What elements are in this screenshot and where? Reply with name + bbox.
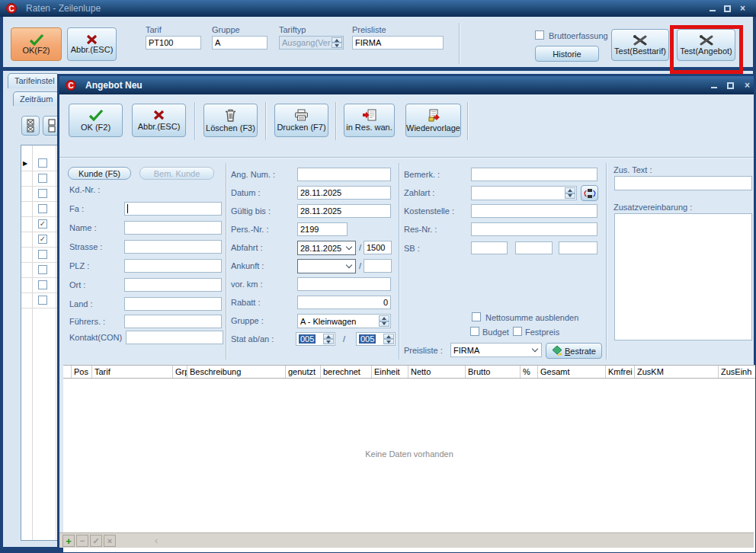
ankunft-time-input[interactable]: [364, 259, 392, 273]
kostenstelle-input[interactable]: [471, 204, 597, 218]
preisliste-input[interactable]: FIRMA: [352, 36, 444, 50]
sb-input-3[interactable]: [559, 241, 597, 254]
resnr-input[interactable]: [471, 222, 597, 236]
kontakt-input[interactable]: [126, 331, 223, 344]
minimize-button[interactable]: [706, 3, 719, 14]
angnum-input[interactable]: [297, 168, 391, 181]
column-header[interactable]: Grp: [173, 366, 187, 378]
row-checkbox[interactable]: [38, 250, 47, 259]
zahlart-swap-button[interactable]: [581, 185, 598, 201]
fa-input[interactable]: [124, 202, 222, 216]
gueltig-input[interactable]: 28.11.2025: [297, 204, 391, 218]
gruppe-input[interactable]: A: [212, 36, 267, 50]
bem-kunde-button[interactable]: Bem. Kunde: [139, 167, 214, 180]
column-header[interactable]: Netto: [408, 366, 466, 378]
stat-an-stepper[interactable]: 005: [356, 332, 396, 346]
fuehrerschein-input[interactable]: [124, 315, 222, 328]
ankunft-date-select[interactable]: [297, 259, 356, 273]
column-header[interactable]: Kmfrei: [606, 366, 635, 378]
strasse-input[interactable]: [124, 240, 222, 254]
dialog-maximize-button[interactable]: [724, 80, 737, 91]
name-input[interactable]: [124, 221, 222, 235]
abfahrt-date-select[interactable]: 28.11.2025: [297, 241, 356, 255]
apply-row-button[interactable]: ✓: [90, 535, 102, 547]
row-checkbox[interactable]: [38, 280, 47, 289]
stat-an-spinner[interactable]: [383, 334, 394, 344]
column-header[interactable]: Beschreibung: [187, 366, 286, 378]
sb-input-1[interactable]: [471, 241, 508, 254]
column-header[interactable]: ZusKM: [635, 366, 719, 378]
gruppe-spinner[interactable]: [379, 315, 389, 327]
row-checkbox[interactable]: [38, 296, 47, 305]
datum-input[interactable]: 28.11.2025: [297, 186, 391, 200]
tariftyp-select[interactable]: Ausgang(Ver: [279, 36, 344, 50]
delete-button[interactable]: Löschen (F3): [203, 104, 258, 137]
zahlart-select[interactable]: [471, 186, 577, 200]
row-checkbox[interactable]: ✓: [38, 235, 47, 244]
dialog-ok-button[interactable]: OK (F2): [69, 104, 123, 137]
select-all-rows-button[interactable]: [21, 116, 40, 136]
stat-ab-spinner[interactable]: [323, 334, 334, 344]
test-besttarif-button[interactable]: Test(Besttarif): [611, 29, 669, 61]
kunde-button[interactable]: Kunde (F5): [68, 167, 131, 180]
budget-checkbox[interactable]: [470, 327, 479, 336]
stat-ab-stepper[interactable]: 005: [296, 332, 335, 346]
bestrate-button[interactable]: Bestrate: [546, 343, 602, 359]
row-checkbox[interactable]: [38, 265, 47, 274]
column-header[interactable]: %: [521, 366, 538, 378]
bemerk-input[interactable]: [471, 168, 597, 181]
rabatt-input[interactable]: 0: [297, 296, 391, 309]
column-header[interactable]: genutzt: [286, 366, 321, 378]
add-row-button[interactable]: +: [62, 535, 75, 547]
ort-input[interactable]: [124, 278, 222, 292]
zusatzvereinbarung-textarea[interactable]: [614, 213, 752, 340]
column-header[interactable]: Tarif: [92, 366, 173, 378]
to-reservation-button[interactable]: in Res. wan.: [344, 104, 395, 137]
fahrzeuggruppe-label: Gruppe :: [231, 316, 264, 325]
scrollbar-left-arrow[interactable]: ‹: [155, 535, 158, 546]
nettosumme-checkbox[interactable]: [472, 312, 481, 321]
column-header[interactable]: Einheit: [372, 366, 408, 378]
fahrzeuggruppe-select[interactable]: A - Kleinwagen: [297, 314, 391, 328]
remove-row-button[interactable]: −: [76, 535, 88, 547]
column-header[interactable]: Gesamt: [538, 366, 606, 378]
dialog-minimize-button[interactable]: [707, 80, 720, 91]
vorkm-input[interactable]: [297, 277, 391, 291]
row-checkbox[interactable]: ✓: [38, 219, 47, 229]
bruttoerfassung-checkbox[interactable]: [535, 30, 544, 40]
plz-input[interactable]: [124, 259, 222, 273]
column-header[interactable]: ZusEinh: [719, 366, 755, 378]
tab-tarifeinstellungen[interactable]: Tarifeinstel: [8, 73, 59, 88]
strasse-label: Strasse :: [69, 242, 102, 251]
column-header[interactable]: Pos: [72, 366, 92, 378]
sb-input-2[interactable]: [515, 241, 553, 254]
row-checkbox[interactable]: [38, 204, 47, 213]
dialog-close-button[interactable]: ×: [741, 80, 754, 91]
tariftyp-spinner[interactable]: [332, 37, 342, 48]
row-checkbox[interactable]: [38, 189, 47, 198]
zahlart-spinner[interactable]: [565, 187, 575, 199]
column-header-selector[interactable]: [63, 366, 72, 378]
persnr-input[interactable]: 2199: [297, 222, 348, 236]
dialog-cancel-button[interactable]: Abbr.(ESC): [132, 104, 186, 137]
column-header[interactable]: Brutto: [466, 366, 521, 378]
land-input[interactable]: [124, 297, 222, 311]
abfahrt-time-input[interactable]: 1500: [364, 241, 392, 254]
ok-button[interactable]: OK(F2): [11, 27, 62, 61]
dialog-preisliste-select[interactable]: FIRMA: [450, 343, 542, 357]
row-checkbox[interactable]: [38, 158, 47, 168]
row-checkbox[interactable]: [38, 174, 47, 183]
cancel-button[interactable]: Abbr.(ESC): [67, 27, 117, 61]
tab-zeitraeume[interactable]: Zeiträum: [13, 91, 59, 106]
discard-row-button[interactable]: ×: [104, 535, 116, 547]
tarif-input[interactable]: PT100: [146, 36, 201, 50]
festpreis-checkbox[interactable]: [513, 327, 522, 336]
zustext-input[interactable]: [614, 176, 752, 190]
maximize-button[interactable]: [721, 3, 734, 14]
column-header[interactable]: berechnet: [321, 366, 372, 378]
close-button[interactable]: ×: [736, 3, 749, 14]
print-button[interactable]: Drucken (F7): [274, 104, 328, 137]
wiedervorlage-button[interactable]: Wiedervorlage: [405, 104, 461, 137]
festpreis-label: Festpreis: [525, 328, 559, 337]
historie-button[interactable]: Historie: [535, 46, 599, 62]
